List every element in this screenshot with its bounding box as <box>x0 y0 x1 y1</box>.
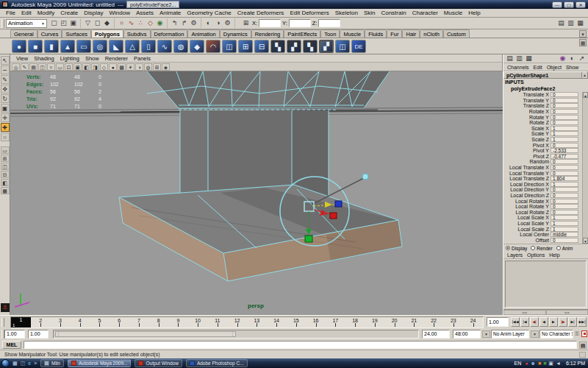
shelf-tab-subdivs[interactable]: Subdivs <box>123 29 151 38</box>
snap-grid-icon[interactable]: ⌗ <box>117 18 126 28</box>
menu-window[interactable]: Window <box>107 10 133 16</box>
menu-set-selector[interactable]: Animation ▼ <box>6 19 47 28</box>
channel-list-icon[interactable]: ▤ <box>505 54 514 63</box>
playback-start-field[interactable]: 1.00 <box>4 330 25 339</box>
textured-icon[interactable]: ▩ <box>118 63 126 71</box>
shelf-menu-button[interactable]: ▾ <box>579 30 587 38</box>
plugin-icon[interactable]: ◈ <box>162 63 170 71</box>
frame-7[interactable]: 7 <box>129 318 149 323</box>
attr-label-local-translate-x[interactable]: Local Translate X <box>503 165 549 170</box>
view-grid-icon[interactable]: ⌗ <box>47 63 55 71</box>
set-key-icon[interactable]: ⚿ <box>575 330 579 338</box>
layout-four-pane-icon[interactable]: ⊞ <box>1 155 10 162</box>
radio-render[interactable]: Render <box>531 246 552 251</box>
select-hierarchy-icon[interactable]: ▽ <box>83 18 93 28</box>
attr-value-pivot-y[interactable]: -2.533 <box>551 148 578 153</box>
show-ui-elements-icon[interactable]: ▤ <box>556 18 566 28</box>
boolean-intersect-icon[interactable]: ▚ <box>303 40 318 53</box>
scroll-down-icon[interactable]: ▼ <box>583 238 588 244</box>
go-to-end-button[interactable]: ▶▶| <box>578 317 587 327</box>
menu-muscle[interactable]: Muscle <box>441 10 465 16</box>
taskbar-button-adobe-photoshop-c[interactable]: Adobe Photoshop C... <box>186 359 248 367</box>
universal-manip-tool-icon[interactable]: ✛ <box>1 113 10 122</box>
frame-24[interactable]: 24 <box>463 318 483 323</box>
attr-label-local-direction-z[interactable]: Local Direction Z <box>503 193 549 198</box>
panel-menu-shading[interactable]: Shading <box>31 55 57 62</box>
frame-3[interactable]: 3 <box>51 318 71 323</box>
slab-mesh[interactable] <box>119 185 402 281</box>
resolution-gate-icon[interactable]: ⊡ <box>65 63 73 71</box>
attr-value-local-center[interactable]: middle <box>551 232 578 237</box>
panel-menu-renderer[interactable]: Renderer <box>102 55 131 62</box>
panel-menu-lighting[interactable]: Lighting <box>57 55 82 62</box>
step-back-frame-button[interactable]: |◀ <box>520 317 529 327</box>
range-slider[interactable] <box>53 330 419 339</box>
speed-icon[interactable]: ↗ <box>577 54 587 63</box>
paint-select-tool-icon[interactable]: ✎ <box>1 75 10 84</box>
attr-label-local-scale-x[interactable]: Local Scale X <box>503 215 549 220</box>
shelf-tab-fur[interactable]: Fur <box>387 29 402 38</box>
channel-box-menu-show[interactable]: Show <box>564 65 581 70</box>
scroll-left-button[interactable]: << <box>503 310 546 315</box>
shelf-tab-curves[interactable]: Curves <box>37 29 62 38</box>
hide-ui-elements-icon[interactable]: ▥ <box>566 18 576 28</box>
xray-icon[interactable]: ◍ <box>144 63 152 71</box>
attr-label-local-scale-z[interactable]: Local Scale Z <box>503 227 549 232</box>
title-bar[interactable]: Autodesk Maya 2009 Unlimited: untitled -… <box>0 0 588 9</box>
attr-label-scale-x[interactable]: Scale X <box>503 126 549 131</box>
frame-18[interactable]: 18 <box>345 318 365 323</box>
coord-field-z[interactable] <box>318 19 340 27</box>
poly-cone-icon[interactable]: ▲ <box>60 40 75 53</box>
clock[interactable]: 6:12 PM <box>566 361 585 366</box>
poly-pyramid-icon[interactable]: △ <box>125 40 140 53</box>
select-tool-icon[interactable]: ↖ <box>1 56 10 65</box>
poly-sphere-icon[interactable]: ● <box>12 40 26 53</box>
rotate-tool-icon[interactable]: ↻ <box>1 94 10 103</box>
help-line-toggle-icon[interactable] <box>579 352 586 358</box>
attr-label-local-scale-y[interactable]: Local Scale Y <box>503 221 549 226</box>
shelf-tab-hair[interactable]: Hair <box>402 29 420 38</box>
bookmark-icon[interactable]: ▤ <box>29 63 37 71</box>
tray-volume-icon[interactable]: ◄ <box>556 359 561 367</box>
output-connections-icon[interactable]: ↱ <box>179 18 189 28</box>
attr-value-scale-y[interactable]: 1 <box>551 131 578 136</box>
attr-value-local-translate-x[interactable]: 0 <box>551 165 578 170</box>
manip-x-handle[interactable] <box>330 213 337 219</box>
poly-helix-icon[interactable]: ∿ <box>157 40 172 53</box>
attr-label-translate-y[interactable]: Translate Y <box>503 98 549 103</box>
frame-12[interactable]: 12 <box>227 318 247 323</box>
animation-start-field[interactable]: 1.00 <box>28 330 49 339</box>
frame-14[interactable]: 14 <box>267 318 287 323</box>
script-editor-icon[interactable]: ▤ <box>579 342 587 349</box>
panel-menu-show[interactable]: Show <box>82 55 102 62</box>
channel-box-menu-channels[interactable]: Channels <box>505 65 531 70</box>
step-forward-key-button[interactable]: |▶ <box>559 317 567 327</box>
layout-outliner-icon[interactable]: ▦ <box>1 187 10 194</box>
gate-mask-icon[interactable]: ▣ <box>74 63 82 71</box>
attr-label-rotate-z[interactable]: Rotate Z <box>503 120 549 125</box>
image-plane-icon[interactable]: ◫ <box>38 63 46 71</box>
camera-menu-icon[interactable]: ◎ <box>12 63 20 71</box>
frame-13[interactable]: 13 <box>247 318 267 323</box>
tray-orange-icon[interactable]: ■ <box>538 359 541 367</box>
poly-prism-icon[interactable]: ◣ <box>109 40 123 53</box>
input-connections-icon[interactable]: ↰ <box>170 18 179 28</box>
shelf-tab-surfaces[interactable]: Surfaces <box>62 29 91 38</box>
move-tool-icon[interactable]: ✜ <box>1 85 10 93</box>
channel-scrollbar[interactable]: ▲ ▼ <box>582 92 588 244</box>
menu-character[interactable]: Character <box>409 10 441 16</box>
attr-label-local-rotate-x[interactable]: Local Rotate X <box>503 199 549 204</box>
open-scene-icon[interactable]: ◰ <box>59 18 68 28</box>
frame-5[interactable]: 5 <box>90 318 110 323</box>
show-manipulator-tool-icon[interactable]: ✚ <box>1 123 10 132</box>
radio-anim[interactable]: Anim <box>556 246 573 251</box>
shelf-editor-button[interactable]: ▦ <box>579 39 587 46</box>
frame-21[interactable]: 21 <box>404 318 424 323</box>
tray-red-icon[interactable]: ● <box>525 359 528 367</box>
layer-menu-options[interactable]: Options <box>525 252 547 258</box>
command-line-input[interactable] <box>24 341 577 349</box>
shelf-tab-toon[interactable]: Toon <box>320 29 340 38</box>
layer-menu-layers[interactable]: Layers <box>505 252 525 258</box>
attr-label-scale-y[interactable]: Scale Y <box>503 131 549 136</box>
scroll-up-icon[interactable]: ▲ <box>583 92 588 98</box>
